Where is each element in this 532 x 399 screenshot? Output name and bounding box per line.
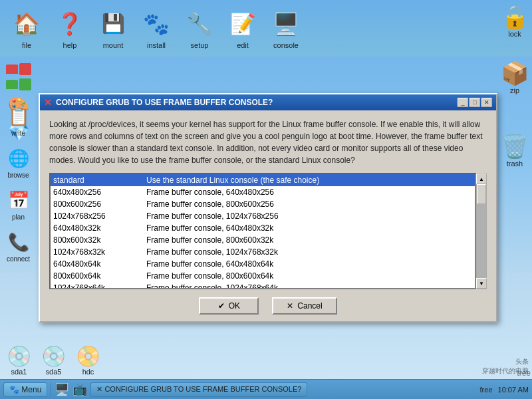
drive-sda1[interactable]: 💿 sda1 (7, 344, 31, 376)
scroll-track (477, 184, 486, 278)
list-row[interactable]: 640x480x64kFrame buffer console, 640x480… (51, 258, 475, 270)
ok-button[interactable]: ✔ OK (199, 297, 259, 315)
hdc-label: hdc (82, 368, 94, 376)
scroll-up-btn[interactable]: ▲ (476, 174, 487, 184)
taskbar-icon1: 🖥️ (55, 382, 69, 397)
start-button[interactable]: 🐾 Menu (3, 382, 47, 397)
task-label: ✕ CONFIGURE GRUB TO USE FRAME BUFFER CON… (96, 385, 301, 394)
dialog-minimize-btn[interactable]: _ (458, 98, 468, 107)
scroll-down-btn[interactable]: ▼ (476, 278, 487, 289)
dialog-title: CONFIGURE GRUB TO USE FRAME BUFFER CONSO… (56, 98, 454, 107)
hdc-icon: 📀 (76, 344, 100, 368)
taskbar-icon2: 📺 (72, 382, 87, 397)
dialog-controls: _ □ ✕ (458, 98, 492, 107)
sda5-icon: 💿 (41, 344, 66, 368)
watermark-line1: 头条 (482, 357, 529, 366)
list-row[interactable]: 1024x768x64kFrame buffer console, 1024x7… (51, 282, 475, 289)
scroll-thumb[interactable] (477, 184, 486, 204)
sda1-label: sda1 (11, 368, 27, 376)
start-label: 🐾 Menu (9, 385, 41, 394)
list-row[interactable]: 800x600x256Frame buffer console, 532x399… (51, 198, 475, 210)
listbox-scrollbar[interactable]: ▲ ▼ (476, 173, 487, 289)
taskbar-task[interactable]: ✕ CONFIGURE GRUB TO USE FRAME BUFFER CON… (90, 382, 307, 397)
list-row[interactable]: 640x480x32kFrame buffer console, 640x480… (51, 222, 475, 234)
dialog-body-text: Looking at /proc/devices, it seems your … (49, 118, 487, 166)
ok-icon: ✔ (218, 301, 225, 311)
desktop: 🏠 file ❓ help 💾 mount 🐾 install 🔧 setup … (0, 0, 532, 399)
taskbar: 🐾 Menu 🖥️ 📺 ✕ CONFIGURE GRUB TO USE FRAM… (0, 379, 532, 399)
dialog-overlay: ✕ CONFIGURE GRUB TO USE FRAME BUFFER CON… (0, 0, 532, 399)
cancel-button[interactable]: ✕ Cancel (272, 297, 336, 315)
dialog-titlebar: ✕ CONFIGURE GRUB TO USE FRAME BUFFER CON… (40, 94, 496, 110)
ok-label: OK (229, 301, 240, 311)
free-label: free (480, 386, 493, 394)
cancel-icon: ✕ (287, 301, 293, 311)
dialog-body: Looking at /proc/devices, it seems your … (40, 110, 496, 321)
list-row[interactable]: 640x480x256Frame buffer console, 640x480… (51, 186, 475, 198)
taskbar-right: free 10:07 AM (480, 386, 529, 394)
dialog-error-icon: ✕ (44, 97, 52, 108)
sda1-icon: 💿 (7, 344, 31, 368)
list-row[interactable]: 1024x768x256Frame buffer console, 1024x7… (51, 210, 475, 222)
list-row[interactable]: standardUse the standard Linux console (… (51, 174, 475, 186)
configure-grub-dialog: ✕ CONFIGURE GRUB TO USE FRAME BUFFER CON… (39, 93, 497, 323)
bottom-icons: 💿 sda1 💿 sda5 📀 hdc (7, 344, 100, 376)
tree-label: tree (517, 368, 531, 378)
dialog-maximize-btn[interactable]: □ (469, 98, 480, 107)
drive-hdc[interactable]: 📀 hdc (76, 344, 100, 376)
dialog-buttons: ✔ OK ✕ Cancel (49, 297, 487, 315)
taskbar-divider (51, 383, 51, 396)
listbox[interactable]: standardUse the standard Linux console (… (49, 173, 476, 289)
listbox-container: standardUse the standard Linux console (… (49, 173, 487, 289)
list-row[interactable]: 800x600x64kFrame buffer console, 532x399… (51, 270, 475, 282)
sda5-label: sda5 (46, 368, 62, 376)
list-row[interactable]: 800x600x32kFrame buffer console, 532x399… (51, 234, 475, 246)
list-row[interactable]: 1024x768x32kFrame buffer console, 1024x7… (51, 246, 475, 258)
cancel-label: Cancel (297, 301, 322, 311)
dialog-close-btn[interactable]: ✕ (481, 98, 492, 107)
clock: 10:07 AM (498, 386, 529, 394)
drive-sda5[interactable]: 💿 sda5 (41, 344, 66, 376)
